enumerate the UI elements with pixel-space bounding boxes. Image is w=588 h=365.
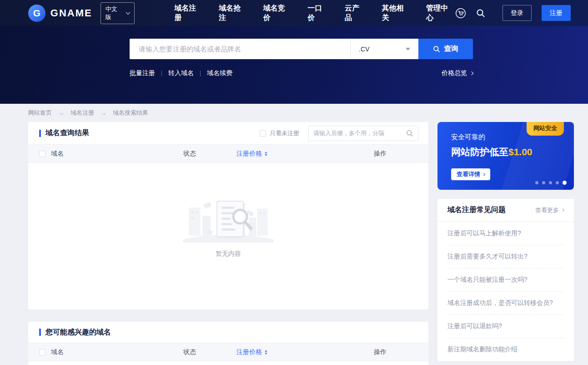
interested-panel-title: 您可能感兴趣的域名 <box>45 328 111 337</box>
top-nav-bar: G GNAME 中文版 域名注册 域名抢注 域名竞价 一口价 云产品 其他相关 … <box>0 0 588 26</box>
breadcrumb-domain-register[interactable]: 域名注册 <box>70 109 94 117</box>
chevron-down-icon <box>126 10 130 15</box>
column-price-sortable[interactable]: 注册价格 <box>236 150 374 158</box>
promo-banner[interactable]: 网站安全 安全可靠的 网站防护低至$1.00 查看详情 <box>437 122 574 190</box>
cart-icon[interactable] <box>455 8 466 19</box>
faq-item[interactable]: 域名注册成功后，是否可以转移会员? <box>447 291 564 314</box>
results-panel-title: 域名查询结果 <box>45 128 89 138</box>
empty-illustration <box>181 195 276 243</box>
register-button[interactable]: 注册 <box>542 5 571 21</box>
column-domain: 域名 <box>51 348 64 356</box>
title-accent-bar <box>39 329 41 336</box>
right-sidebar: 网站安全 安全可靠的 网站防护低至$1.00 查看详情 域名注册常见问题 <box>437 122 574 361</box>
search-icon <box>433 46 440 53</box>
login-button[interactable]: 登录 <box>503 5 532 21</box>
tld-chevron-icon <box>406 48 410 51</box>
column-status: 状态 <box>183 150 236 158</box>
faq-panel: 域名注册常见问题 查看更多 注册后可以马上解析使用? 注册后需要多久才可以转出?… <box>437 199 574 361</box>
link-domain-renewal[interactable]: 域名续费 <box>207 69 232 77</box>
select-all-checkbox[interactable] <box>39 349 45 355</box>
banner-cta-button[interactable]: 查看详情 <box>451 168 490 180</box>
main-content: 域名查询结果 只看未注册 域名 状态 <box>0 122 588 365</box>
nav-item-domain-backorder[interactable]: 域名抢注 <box>219 4 248 23</box>
divider <box>161 71 162 76</box>
carousel-dot-active[interactable] <box>563 181 567 185</box>
nav-item-cloud-products[interactable]: 云产品 <box>345 4 367 23</box>
header-actions: 登录 注册 <box>455 5 571 21</box>
faq-header: 域名注册常见问题 查看更多 <box>437 199 574 222</box>
hero-quick-links: 批量注册 转入域名 域名续费 价格总览 <box>130 69 473 77</box>
breadcrumb-home[interactable]: 网站首页 <box>28 109 52 117</box>
carousel-dot[interactable] <box>556 181 559 184</box>
nav-item-management-center[interactable]: 管理中心 <box>426 4 455 23</box>
search-icon[interactable] <box>476 9 485 18</box>
sort-icon <box>265 152 267 156</box>
tld-select[interactable]: .CV <box>350 39 418 59</box>
breadcrumb-separator: → <box>58 110 64 117</box>
interested-panel: 您可能感兴趣的域名 域名 状态 注册价格 操作 <box>28 322 428 365</box>
banner-subtitle: 安全可靠的 <box>451 133 574 142</box>
language-selector[interactable]: 中文版 <box>101 2 135 24</box>
column-action: 操作 <box>374 150 417 158</box>
breadcrumb-separator: → <box>101 110 106 117</box>
chevron-right-icon <box>561 208 564 212</box>
title-accent-bar <box>39 130 41 137</box>
carousel-dot[interactable] <box>549 181 552 184</box>
nav-item-domain-register[interactable]: 域名注册 <box>175 4 204 23</box>
faq-item[interactable]: 注册后可以退款吗? <box>447 314 564 338</box>
search-icon[interactable] <box>406 130 413 137</box>
faq-item[interactable]: 注册后需要多久才可以转出? <box>447 245 564 268</box>
divider <box>200 71 201 76</box>
column-action: 操作 <box>374 348 417 356</box>
hero-section: .CV 查询 批量注册 转入域名 域名续费 价格总览 <box>0 26 588 104</box>
breadcrumb: 网站首页 → 域名注册 → 域名搜索结果 <box>0 104 588 122</box>
suffix-filter <box>308 126 418 141</box>
main-nav: 域名注册 域名抢注 域名竞价 一口价 云产品 其他相关 管理中心 <box>175 4 455 23</box>
breadcrumb-current: 域名搜索结果 <box>113 109 148 117</box>
select-all-checkbox[interactable] <box>39 151 45 157</box>
domain-search-bar: .CV 查询 <box>130 39 473 59</box>
results-panel-header: 域名查询结果 只看未注册 <box>28 122 428 145</box>
faq-item[interactable]: 注册后可以马上解析使用? <box>447 222 564 245</box>
checkbox-label: 只看未注册 <box>270 129 299 137</box>
column-domain: 域名 <box>51 150 64 158</box>
banner-price: $1.00 <box>508 147 533 157</box>
column-price-sortable[interactable]: 注册价格 <box>236 348 374 356</box>
results-table-header: 域名 状态 注册价格 操作 <box>28 145 428 163</box>
query-button-label: 查询 <box>444 44 458 54</box>
sort-icon <box>265 350 267 355</box>
interested-table-header: 域名 状态 注册价格 操作 <box>28 343 428 361</box>
nav-item-buy-now[interactable]: 一口价 <box>307 4 329 23</box>
faq-title: 域名注册常见问题 <box>447 205 506 215</box>
link-bulk-register[interactable]: 批量注册 <box>130 69 155 77</box>
price-overview-label: 价格总览 <box>442 69 467 77</box>
left-column: 域名查询结果 只看未注册 域名 状态 <box>28 122 428 365</box>
carousel-dot[interactable] <box>535 181 538 184</box>
faq-item[interactable]: 一个域名只能被注册一次吗? <box>447 268 564 291</box>
interested-panel-header: 您可能感兴趣的域名 <box>28 322 428 343</box>
gname-logo-icon[interactable]: G <box>28 5 45 22</box>
faq-more-link[interactable]: 查看更多 <box>535 206 564 214</box>
query-button[interactable]: 查询 <box>418 39 473 59</box>
empty-text: 暂无内容 <box>216 250 241 258</box>
language-label: 中文版 <box>106 5 123 21</box>
carousel-dot[interactable] <box>542 181 545 184</box>
banner-title: 网站防护低至$1.00 <box>451 146 574 158</box>
unregistered-only-filter[interactable]: 只看未注册 <box>260 129 299 137</box>
tld-selected-value: .CV <box>359 46 369 53</box>
nav-item-domain-auction[interactable]: 域名竞价 <box>263 4 292 23</box>
chevron-right-icon <box>482 172 485 176</box>
link-price-overview[interactable]: 价格总览 <box>442 69 473 77</box>
empty-state: 暂无内容 <box>28 163 428 258</box>
chevron-right-icon <box>470 71 473 75</box>
checkbox[interactable] <box>260 130 266 137</box>
nav-item-others[interactable]: 其他相关 <box>382 4 411 23</box>
domain-search-input[interactable] <box>130 39 350 59</box>
carousel-dots <box>535 181 567 185</box>
suffix-filter-input[interactable] <box>313 130 406 137</box>
brand-name[interactable]: GNAME <box>50 7 92 19</box>
faq-list: 注册后可以马上解析使用? 注册后需要多久才可以转出? 一个域名只能被注册一次吗?… <box>437 222 574 361</box>
faq-item[interactable]: 新注期域名删除功能介绍 <box>447 338 564 361</box>
link-transfer-domain[interactable]: 转入域名 <box>168 69 194 77</box>
column-status: 状态 <box>183 348 236 356</box>
